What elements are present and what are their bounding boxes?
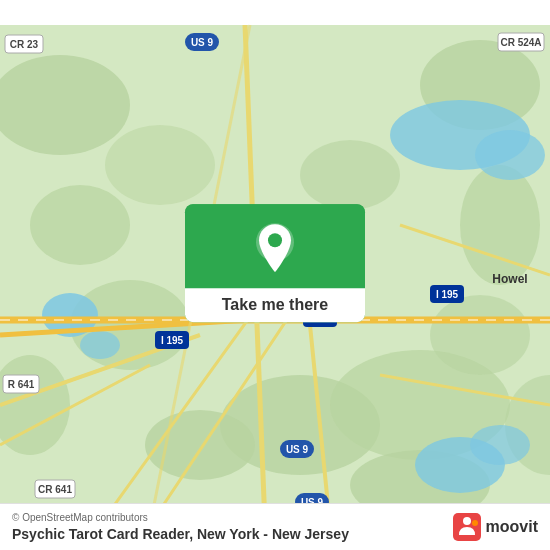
- map-container: CR 23 US 9 CR 524A I 195 I 195 I 195 R 6…: [0, 0, 550, 550]
- take-me-there-button[interactable]: Take me there: [185, 204, 365, 322]
- svg-text:US 9: US 9: [286, 444, 309, 455]
- button-icon-area: [185, 204, 365, 288]
- map-attribution: © OpenStreetMap contributors: [12, 512, 349, 523]
- svg-text:I 195: I 195: [161, 335, 184, 346]
- svg-text:CR 641: CR 641: [38, 484, 72, 495]
- location-title: Psychic Tarot Card Reader, New York - Ne…: [12, 526, 349, 542]
- svg-point-18: [475, 130, 545, 180]
- button-label-area: Take me there: [185, 288, 365, 322]
- svg-text:CR 23: CR 23: [10, 39, 39, 50]
- svg-text:US 9: US 9: [191, 37, 214, 48]
- svg-point-10: [430, 295, 530, 375]
- svg-point-11: [105, 125, 215, 205]
- svg-text:CR 524A: CR 524A: [500, 37, 541, 48]
- bottom-bar: © OpenStreetMap contributors Psychic Tar…: [0, 503, 550, 550]
- moovit-logo: moovit: [453, 513, 538, 541]
- location-pin-icon: [253, 222, 297, 274]
- bottom-left-info: © OpenStreetMap contributors Psychic Tar…: [12, 512, 349, 542]
- svg-text:I 195: I 195: [436, 289, 459, 300]
- svg-point-57: [463, 517, 471, 525]
- moovit-brand-icon: [453, 513, 481, 541]
- svg-point-20: [470, 425, 530, 465]
- svg-point-16: [80, 331, 120, 359]
- svg-point-9: [30, 185, 130, 265]
- svg-point-55: [268, 233, 282, 247]
- moovit-text: moovit: [486, 518, 538, 536]
- svg-point-8: [300, 140, 400, 210]
- svg-text:Howel: Howel: [492, 272, 527, 286]
- svg-point-58: [472, 520, 478, 526]
- svg-text:R 641: R 641: [8, 379, 35, 390]
- take-me-there-label: Take me there: [222, 296, 328, 313]
